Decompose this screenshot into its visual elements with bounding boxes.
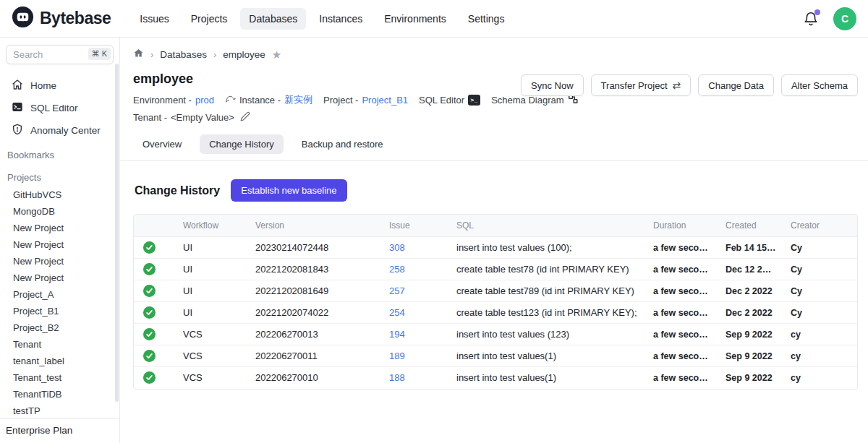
issue-link[interactable]: 189 [389, 350, 405, 361]
change-history-heading: Change History [135, 184, 220, 197]
sidebar: ⌘ K HomeSQL EditorAnomaly Center Bookmar… [0, 38, 120, 443]
notifications-bell-icon[interactable] [803, 11, 819, 27]
success-check-icon [143, 285, 156, 297]
sidebar-project-project-b1[interactable]: Project_B1 [0, 303, 119, 319]
tenant-value: <Empty Value> [171, 112, 234, 123]
sidebar-section-bookmarks: Bookmarks [0, 145, 119, 164]
change-history-row[interactable]: UI20221202074022254create table test123 … [134, 302, 857, 324]
cell-workflow: UI [171, 237, 244, 259]
sidebar-project-project-b2[interactable]: Project_B2 [0, 319, 119, 336]
tab-change-history[interactable]: Change History [200, 134, 284, 154]
transfer-project-button[interactable]: Transfer Project ⇄ [591, 74, 692, 96]
chevron-right-icon: › [213, 49, 216, 60]
change-history-row[interactable]: UI20221202081649257create table test789 … [134, 280, 857, 302]
sidebar-project-testtp[interactable]: testTP [0, 403, 119, 419]
cell-creator: Cy [779, 237, 857, 259]
breadcrumb-employee[interactable]: employee [223, 49, 265, 60]
success-check-icon [143, 350, 156, 362]
cell-sql: insert into test values(1) [445, 367, 642, 389]
cell-created: Sep 9 2022 [714, 324, 779, 345]
cell-created: Dec 2 2022 [714, 302, 779, 324]
sidebar-project-project-a[interactable]: Project_A [0, 286, 119, 303]
cell-duration: a few seconds [642, 302, 714, 324]
cell-duration: a few seconds [642, 324, 714, 345]
issue-link[interactable]: 308 [389, 242, 405, 253]
home-icon [12, 79, 23, 93]
change-data-button[interactable]: Change Data [698, 74, 774, 96]
search-shortcut-badge: ⌘ K [88, 48, 111, 60]
sidebar-scrollbar[interactable] [115, 64, 119, 402]
topnav-item-issues[interactable]: Issues [131, 8, 177, 30]
cell-created: Feb 14 15:32 [714, 237, 779, 259]
sidebar-project-tenant-test[interactable]: Tenant_test [0, 369, 119, 386]
topnav-item-settings[interactable]: Settings [459, 8, 514, 30]
enterprise-plan-footer[interactable]: Enterprise Plan [0, 418, 119, 443]
cell-version: 20230214072448 [244, 237, 378, 259]
cell-created: Sep 9 2022 [714, 345, 779, 367]
sidebar-project-mongodb[interactable]: MongoDB [0, 203, 119, 220]
cell-version: 202206270010 [244, 367, 378, 389]
cell-sql: create table test789 (id int PRIMARY KEY… [445, 280, 642, 302]
sidebar-item-label: SQL Editor [30, 103, 78, 113]
sidebar-project-tenant-label[interactable]: tenant_label [0, 353, 119, 369]
issue-link[interactable]: 254 [389, 307, 405, 318]
user-avatar[interactable]: C [833, 7, 856, 30]
bytebase-logo-icon [12, 6, 34, 31]
issue-link[interactable]: 257 [389, 285, 405, 296]
home-icon[interactable] [133, 48, 144, 61]
sidebar-project-tenanttidb[interactable]: TenantTiDB [0, 386, 119, 403]
breadcrumb-databases[interactable]: Databases [160, 49, 207, 60]
cell-creator: Cy [779, 259, 857, 280]
topnav-item-instances[interactable]: Instances [310, 8, 371, 30]
topnav-item-environments[interactable]: Environments [375, 8, 455, 30]
sql-editor-shortcut[interactable]: SQL Editor >_ [419, 95, 480, 106]
sync-now-button[interactable]: Sync Now [521, 74, 584, 96]
issue-link[interactable]: 194 [389, 329, 405, 340]
change-history-row[interactable]: UI20230214072448308insert into test valu… [134, 237, 857, 259]
sidebar-item-label: Anomaly Center [30, 125, 101, 136]
topnav-item-projects[interactable]: Projects [182, 8, 237, 30]
alter-schema-button[interactable]: Alter Schema [781, 74, 858, 96]
edit-pencil-icon[interactable] [240, 111, 250, 124]
cell-workflow: VCS [171, 324, 244, 345]
change-history-row[interactable]: UI20221202081843258create table test78 (… [134, 259, 857, 280]
bytebase-logo[interactable]: Bytebase [12, 6, 111, 31]
change-history-row[interactable]: VCS202206270011189insert into test value… [134, 345, 857, 367]
bookmark-star-icon[interactable]: ★ [272, 49, 281, 60]
instance-link[interactable]: 新实例 [284, 93, 312, 106]
change-history-table: WorkflowVersionIssueSQLDurationCreatedCr… [133, 214, 858, 390]
sidebar-project-new-project[interactable]: New Project [0, 253, 119, 270]
environment-link[interactable]: prod [195, 95, 214, 106]
sidebar-project-new-project[interactable]: New Project [0, 236, 119, 253]
tab-backup-and-restore[interactable]: Backup and restore [292, 134, 393, 154]
cell-creator: Cy [779, 302, 857, 324]
change-history-row[interactable]: VCS202206270010188insert into test value… [134, 367, 857, 389]
column-header-creator: Creator [779, 215, 857, 237]
instance-label: Instance - [239, 95, 281, 106]
topnav-item-databases[interactable]: Databases [240, 8, 306, 30]
shield-icon [12, 124, 23, 137]
cell-creator: Cy [779, 280, 857, 302]
notification-dot [814, 9, 820, 15]
sidebar-item-label: Home [30, 80, 56, 91]
tab-overview[interactable]: Overview [133, 134, 191, 154]
issue-link[interactable]: 188 [389, 372, 405, 383]
sql-editor-text: SQL Editor [419, 95, 464, 106]
sidebar-item-anomaly-center[interactable]: Anomaly Center [0, 119, 119, 142]
breadcrumb: › Databases › employee ★ [133, 48, 858, 61]
success-check-icon [143, 371, 156, 384]
sidebar-project-new-project[interactable]: New Project [0, 270, 119, 286]
cell-duration: a few seconds [642, 345, 714, 367]
sidebar-project-new-project[interactable]: New Project [0, 220, 119, 236]
sidebar-item-home[interactable]: Home [0, 74, 119, 97]
sidebar-item-sql-editor[interactable]: SQL Editor [0, 97, 119, 119]
project-link[interactable]: Project_B1 [362, 95, 408, 106]
environment-label: Environment - [133, 95, 192, 106]
sidebar-project-githubvcs[interactable]: GitHubVCS [0, 186, 119, 203]
column-header-sql: SQL [445, 215, 642, 237]
issue-link[interactable]: 258 [389, 264, 405, 275]
change-history-row[interactable]: VCS202206270013194insert into test value… [134, 324, 857, 345]
cell-version: 20221202081649 [244, 280, 378, 302]
sidebar-project-tenant[interactable]: Tenant [0, 336, 119, 353]
establish-baseline-button[interactable]: Establish new baseline [231, 179, 346, 202]
